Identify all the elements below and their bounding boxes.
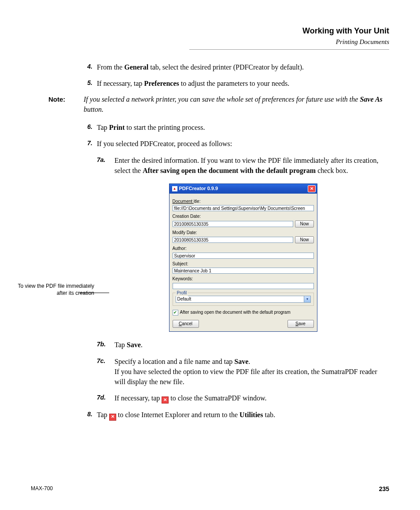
step-7-text: If you selected PDFCreator, proceed as f… xyxy=(97,139,389,149)
step-4-text: From the General tab, select the desired… xyxy=(97,62,389,72)
step-7c-text: Specify a location and a file name and t… xyxy=(114,356,389,387)
callout-leader-line xyxy=(79,293,109,293)
dialog-title: PDFCreator 0.9.9 xyxy=(179,185,218,192)
creation-date-input[interactable]: 20100805130335 xyxy=(173,221,294,227)
close-icon[interactable]: ✕ xyxy=(308,185,316,192)
close-icon: ✕ xyxy=(162,396,169,404)
step-5-text: If necessary, tap Preferences to adjust … xyxy=(97,78,389,88)
creation-date-label: Creation Date: xyxy=(173,213,314,220)
step-5-number: 5. xyxy=(79,78,97,88)
footer-page-number: 235 xyxy=(379,485,389,492)
subject-label: Subject: xyxy=(173,261,314,268)
step-7b-text: Tap Save. xyxy=(114,340,389,350)
footer-model: MAX-700 xyxy=(31,485,53,492)
step-7d-number: 7d. xyxy=(97,393,114,404)
figure-callout: To view the PDF file immediately after i… xyxy=(6,283,97,297)
step-7b-number: 7b. xyxy=(97,340,114,350)
app-icon: ▲ xyxy=(172,186,177,191)
after-saving-checkbox-label: After saving open the document with the … xyxy=(180,309,291,316)
step-7d-text: If necessary, tap ✕ to close the Sumatra… xyxy=(114,393,389,404)
doc-title-input[interactable]: file://D:\Documents and Settings\Supervi… xyxy=(173,205,314,211)
profil-combobox[interactable]: Default ▾ xyxy=(176,296,311,303)
creation-now-button[interactable]: Now xyxy=(295,220,313,227)
profil-value: Default xyxy=(176,296,304,302)
doc-title-label: Document itle: xyxy=(173,198,314,205)
dialog-titlebar[interactable]: ▲ PDFCreator 0.9.9 ✕ xyxy=(169,184,317,194)
modify-date-label: Modify Date: xyxy=(173,230,314,236)
profil-group: Profil Default ▾ xyxy=(173,293,314,306)
header-divider xyxy=(189,49,389,50)
modify-date-input[interactable]: 20100805130335 xyxy=(173,237,294,243)
keywords-label: Keywords: xyxy=(173,276,314,283)
step-8-text: Tap ✕ to close Internet Explorer and ret… xyxy=(97,410,389,420)
save-button[interactable]: Save xyxy=(287,320,314,328)
pdfcreator-dialog: ▲ PDFCreator 0.9.9 ✕ Document itle: docu… xyxy=(169,183,317,332)
page-section-subtitle: Printing Documents xyxy=(31,38,389,46)
note-label: Note: xyxy=(48,95,84,114)
step-6-number: 6. xyxy=(79,122,97,132)
step-7-number: 7. xyxy=(79,139,97,149)
step-7c-number: 7c. xyxy=(97,356,114,387)
step-7a-number: 7a. xyxy=(97,155,114,176)
subject-input[interactable]: Maintenance Job 1 xyxy=(173,268,314,274)
after-saving-checkbox[interactable]: ✔ xyxy=(173,310,178,316)
page-section-title: Working with Your Unit xyxy=(31,26,389,36)
modify-now-button[interactable]: Now xyxy=(295,236,313,243)
keywords-input[interactable] xyxy=(173,283,314,289)
step-7a-text: Enter the desired information. If you wa… xyxy=(114,155,389,176)
author-input[interactable]: Supervisor xyxy=(173,253,314,259)
step-8-number: 8. xyxy=(79,410,97,420)
close-icon: ✕ xyxy=(109,414,116,421)
step-6-text: Tap Print to start the printing process. xyxy=(97,122,389,132)
chevron-down-icon[interactable]: ▾ xyxy=(304,296,310,302)
author-label: Author: xyxy=(173,246,314,252)
step-4-number: 4. xyxy=(79,62,97,72)
profil-group-label: Profil xyxy=(176,290,188,297)
note-text: If you selected a network printer, you c… xyxy=(84,95,389,114)
cancel-button[interactable]: Cancel xyxy=(173,320,199,328)
